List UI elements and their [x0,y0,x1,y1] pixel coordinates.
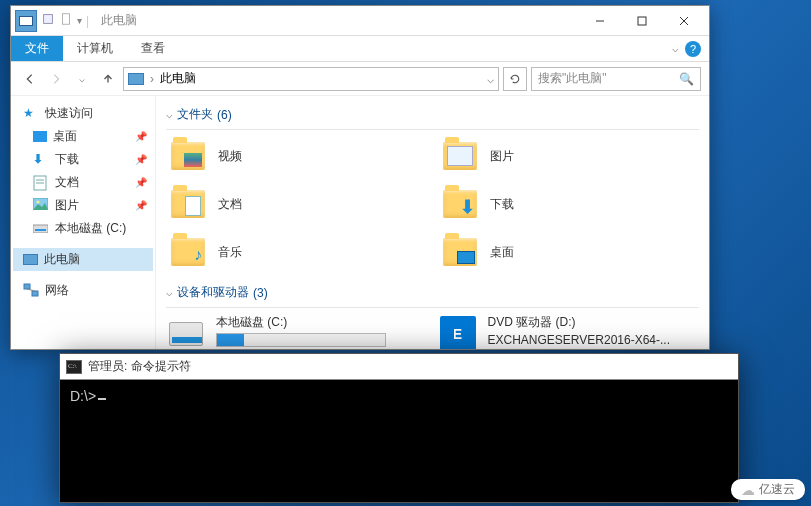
address-dropdown-icon[interactable]: ⌵ [487,72,494,86]
exchange-dvd-icon: E [438,314,478,349]
folder-documents[interactable]: 文档 [166,184,428,224]
breadcrumb[interactable]: 此电脑 [160,70,196,87]
address-bar[interactable]: › 此电脑 ⌵ [123,67,499,91]
chevron-right-icon[interactable]: › [150,72,154,86]
cloud-icon: ☁ [741,482,755,498]
document-icon [33,175,49,191]
refresh-button[interactable] [503,67,527,91]
folder-label: 音乐 [218,244,242,261]
qat-item[interactable] [41,12,55,29]
folder-music[interactable]: ♪ 音乐 [166,232,428,272]
documents-folder-icon [168,186,208,222]
group-label: 文件夹 [177,106,213,123]
ribbon-tabs: 文件 计算机 查看 ⌵ ? [11,36,709,62]
quick-access-toolbar: ▾ [15,10,82,32]
drive-icon [33,221,49,237]
nav-desktop[interactable]: 桌面 📌 [13,125,153,148]
nav-this-pc[interactable]: 此电脑 [13,248,153,271]
search-input[interactable]: 搜索"此电脑" 🔍 [531,67,701,91]
forward-button[interactable] [45,68,67,90]
folder-downloads[interactable]: ⬇ 下载 [438,184,700,224]
folder-label: 图片 [490,148,514,165]
group-count: (3) [253,286,268,300]
folder-label: 文档 [218,196,242,213]
ribbon-right: ⌵ ? [658,36,709,61]
download-icon: ⬇ [33,152,49,168]
nav-label: 网络 [45,282,69,299]
nav-quick-access[interactable]: ★ 快速访问 [13,102,153,125]
explorer-window: ▾ | 此电脑 文件 计算机 查看 ⌵ ? ⌵ › 此电脑 ⌵ [10,5,710,350]
drive-d[interactable]: E DVD 驱动器 (D:) EXCHANGESERVER2016-X64-..… [438,314,700,349]
close-button[interactable] [663,7,705,35]
watermark: ☁ 亿速云 [731,479,805,500]
cmd-window: 管理员: 命令提示符 D:\> [59,353,739,503]
drive-usage-bar [216,333,386,347]
computer-icon [128,73,144,85]
group-devices-header[interactable]: ⌵ 设备和驱动器 (3) [166,278,699,308]
folder-label: 视频 [218,148,242,165]
desktop-icon [33,131,47,142]
explorer-body: ★ 快速访问 桌面 📌 ⬇ 下载 📌 文档 📌 图片 📌 [11,96,709,349]
folders-grid: 视频 图片 文档 ⬇ 下载 ♪ 音乐 [166,136,699,272]
nav-local-disk[interactable]: 本地磁盘 (C:) [13,217,153,240]
cmd-title-text: 管理员: 命令提示符 [88,358,191,375]
nav-label: 本地磁盘 (C:) [55,220,126,237]
pin-icon: 📌 [135,200,147,211]
folder-desktop[interactable]: 桌面 [438,232,700,272]
pictures-folder-icon [440,138,480,174]
desktop-folder-icon [440,234,480,270]
nav-downloads[interactable]: ⬇ 下载 📌 [13,148,153,171]
title-bar[interactable]: ▾ | 此电脑 [11,6,709,36]
qat-dropdown-icon[interactable]: ▾ [77,15,82,26]
folder-videos[interactable]: 视频 [166,136,428,176]
group-folders-header[interactable]: ⌵ 文件夹 (6) [166,100,699,130]
nav-label: 快速访问 [45,105,93,122]
nav-label: 桌面 [53,128,77,145]
svg-rect-13 [24,284,30,289]
computer-icon[interactable] [15,10,37,32]
nav-pictures[interactable]: 图片 📌 [13,194,153,217]
network-icon [23,283,39,299]
svg-rect-14 [32,291,38,296]
address-bar-row: ⌵ › 此电脑 ⌵ 搜索"此电脑" 🔍 [11,62,709,96]
nav-network[interactable]: 网络 [13,279,153,302]
tab-file[interactable]: 文件 [11,36,63,61]
cmd-prompt: D:\> [70,388,96,404]
svg-point-10 [37,200,40,203]
videos-folder-icon [168,138,208,174]
chevron-down-icon: ⌵ [166,286,173,299]
nav-label: 此电脑 [44,251,80,268]
tab-view[interactable]: 查看 [127,36,179,61]
navigation-pane[interactable]: ★ 快速访问 桌面 📌 ⬇ 下载 📌 文档 📌 图片 📌 [11,96,156,349]
folder-pictures[interactable]: 图片 [438,136,700,176]
help-icon[interactable]: ? [685,41,701,57]
tab-computer[interactable]: 计算机 [63,36,127,61]
maximize-button[interactable] [621,7,663,35]
window-title: 此电脑 [101,12,137,29]
computer-icon [23,254,38,265]
cmd-title-bar[interactable]: 管理员: 命令提示符 [60,354,738,380]
nav-label: 文档 [55,174,79,191]
drive-c[interactable]: 本地磁盘 (C:) 83.5 GB 可用，共 99.4 GB [166,314,428,349]
star-icon: ★ [23,106,39,122]
qat-item[interactable] [59,12,73,29]
group-label: 设备和驱动器 [177,284,249,301]
hdd-icon [166,314,206,349]
recent-dropdown-icon[interactable]: ⌵ [71,68,93,90]
folder-label: 桌面 [490,244,514,261]
content-pane[interactable]: ⌵ 文件夹 (6) 视频 图片 文档 ⬇ 下载 [156,96,709,349]
drive-label-sub: EXCHANGESERVER2016-X64-... [488,333,700,347]
pin-icon: 📌 [135,154,147,165]
nav-documents[interactable]: 文档 📌 [13,171,153,194]
drive-info: DVD 驱动器 (D:) EXCHANGESERVER2016-X64-... … [488,314,700,349]
cmd-body[interactable]: D:\> [60,380,738,502]
group-count: (6) [217,108,232,122]
cmd-icon [66,360,82,374]
ribbon-expand-icon[interactable]: ⌵ [672,42,679,55]
up-button[interactable] [97,68,119,90]
back-button[interactable] [19,68,41,90]
music-folder-icon: ♪ [168,234,208,270]
minimize-button[interactable] [579,7,621,35]
svg-rect-1 [63,14,70,25]
drive-info: 本地磁盘 (C:) 83.5 GB 可用，共 99.4 GB [216,314,428,349]
